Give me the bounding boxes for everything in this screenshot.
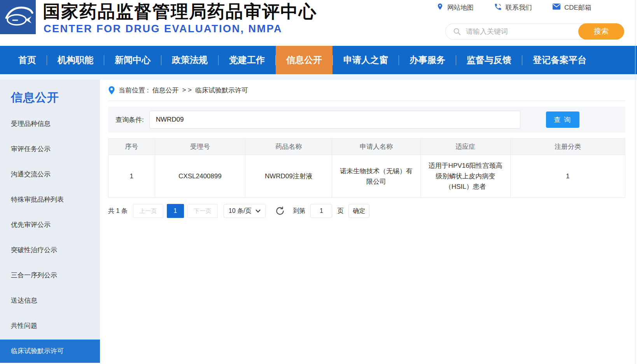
nav-item-info-disclosure[interactable]: 信息公开: [276, 46, 332, 74]
sidebar-item-common-issues[interactable]: 共性问题: [0, 313, 100, 338]
sitemap-link[interactable]: 网站地图: [436, 2, 474, 13]
query-panel: 查询条件: 查 询: [108, 107, 625, 132]
results-table: 序号 受理号 药品名称 申请人名称 适应症 注册分类 1 CXSL2400899…: [108, 138, 625, 198]
cell-acceptance-no: CXSL2400899: [155, 155, 245, 198]
nav-item-policies[interactable]: 政策法规: [161, 46, 218, 74]
next-page-button[interactable]: 下一页: [187, 204, 218, 218]
breadcrumb-separator: > >: [182, 86, 192, 94]
cell-applicant: 诺未生物技术（无锡）有限公司: [332, 155, 420, 198]
cell-indication: 适用于HPV16阳性宫颈高级别鳞状上皮内病变（HSIL）患者: [420, 155, 510, 198]
search-icon: [453, 27, 461, 36]
sidebar-item-communication[interactable]: 沟通交流公示: [0, 162, 100, 187]
nav-item-supervision-feedback[interactable]: 监督与反馈: [456, 46, 522, 74]
col-header-applicant: 申请人名称: [332, 139, 420, 155]
sidebar-item-priority-review[interactable]: 优先审评公示: [0, 212, 100, 237]
col-header-acceptance-no: 受理号: [155, 139, 245, 155]
fish-swoosh-icon: [0, 29, 36, 35]
refresh-icon[interactable]: [275, 206, 285, 216]
sidebar-item-breakthrough-therapy[interactable]: 突破性治疗公示: [0, 237, 100, 263]
sidebar-item-delivery-info[interactable]: 送达信息: [0, 288, 100, 313]
sidebar: 信息公开 受理品种信息 审评任务公示 沟通交流公示 特殊审批品种列表 优先审评公…: [0, 80, 100, 362]
location-pin-icon: [108, 86, 115, 95]
site-subtitle: CENTER FOR DRUG EVALUATION, NMPA: [44, 23, 282, 35]
mailbox-link[interactable]: CDE邮箱: [552, 3, 592, 12]
sidebar-title: 信息公开: [0, 90, 100, 106]
sidebar-item-three-in-one[interactable]: 三合一序列公示: [0, 263, 100, 288]
cell-drug-name: NWRD09注射液: [245, 155, 332, 198]
breadcrumb-current: 临床试验默示许可: [195, 86, 248, 95]
page-size-select[interactable]: 10 条/页: [224, 204, 266, 218]
search-button[interactable]: 搜索: [578, 23, 624, 40]
sidebar-item-clinical-trial-implied-license[interactable]: 临床试验默示许可: [0, 340, 100, 363]
search-input[interactable]: [466, 28, 578, 36]
nav-item-home[interactable]: 首页: [8, 46, 47, 74]
page-right-edge-line: [635, 0, 635, 364]
main-navigation: 首页 机构职能 新闻中心 政策法规 党建工作 信息公开 申请人之窗 办事服务 监…: [0, 46, 637, 74]
pagination-total: 共 1 条: [108, 207, 128, 215]
nav-item-applicant-window[interactable]: 申请人之窗: [333, 46, 399, 74]
cde-logo[interactable]: [0, 0, 36, 34]
pagination: 共 1 条 上一页 1 下一页 10 条/页 到第 页 确定: [108, 204, 625, 218]
cell-registration-class: 1: [510, 155, 625, 198]
contact-link[interactable]: 联系我们: [494, 3, 532, 13]
breadcrumb-prefix: 当前位置 :: [119, 86, 149, 95]
table-row: 1 CXSL2400899 NWRD09注射液 诺未生物技术（无锡）有限公司 适…: [108, 155, 625, 198]
nav-item-services[interactable]: 办事服务: [399, 46, 456, 74]
nav-item-registration-platform[interactable]: 登记备案平台: [522, 46, 597, 74]
prev-page-button[interactable]: 上一页: [133, 204, 163, 218]
sidebar-item-review-tasks[interactable]: 审评任务公示: [0, 136, 100, 162]
sidebar-menu: 受理品种信息 审评任务公示 沟通交流公示 特殊审批品种列表 优先审评公示 突破性…: [0, 111, 100, 363]
main-content: 当前位置 : 信息公开 > > 临床试验默示许可 查询条件: 查 询 序号 受理…: [108, 80, 625, 218]
col-header-index: 序号: [108, 139, 155, 155]
sub-nav-band: [0, 74, 637, 80]
sidebar-item-special-approval-list[interactable]: 特殊审批品种列表: [0, 187, 100, 212]
page-1-button[interactable]: 1: [167, 204, 184, 218]
phone-icon: [494, 3, 502, 13]
sidebar-item-accepted-products[interactable]: 受理品种信息: [0, 111, 100, 136]
nav-item-functions[interactable]: 机构职能: [47, 46, 104, 74]
goto-page-input[interactable]: [310, 204, 332, 218]
nav-item-news[interactable]: 新闻中心: [104, 46, 161, 74]
map-pin-icon: [436, 2, 444, 13]
goto-page-suffix: 页: [337, 207, 343, 215]
mail-icon: [552, 3, 561, 12]
breadcrumb: 当前位置 : 信息公开 > > 临床试验默示许可: [108, 80, 625, 101]
goto-page-label: 到第: [293, 207, 305, 215]
cell-index: 1: [108, 155, 155, 198]
cde-website-page: 国家药品监督管理局药品审评中心 CENTER FOR DRUG EVALUATI…: [0, 0, 637, 364]
query-button[interactable]: 查 询: [546, 111, 579, 128]
query-input[interactable]: [149, 111, 520, 129]
page-size-value: 10 条/页: [229, 207, 252, 215]
nav-item-party-building[interactable]: 党建工作: [219, 46, 275, 74]
header-search-bar: 搜索: [445, 23, 624, 40]
col-header-drug-name: 药品名称: [245, 139, 332, 155]
site-title: 国家药品监督管理局药品审评中心: [43, 0, 317, 23]
query-label: 查询条件:: [116, 115, 144, 124]
col-header-indication: 适应症: [420, 139, 510, 155]
table-header-row: 序号 受理号 药品名称 申请人名称 适应症 注册分类: [108, 139, 625, 155]
chevron-down-icon: [256, 209, 261, 213]
col-header-registration-class: 注册分类: [510, 139, 625, 155]
confirm-button[interactable]: 确定: [348, 204, 369, 218]
header-utility-links: 网站地图 联系我们 CDE邮箱: [436, 2, 592, 13]
breadcrumb-section[interactable]: 信息公开: [152, 86, 178, 95]
